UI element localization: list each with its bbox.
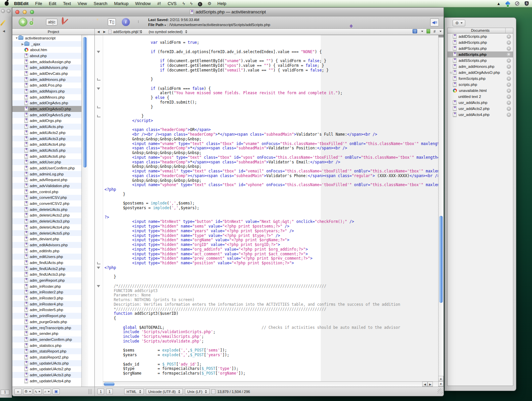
info-button[interactable]: i — [122, 18, 130, 26]
project-item[interactable]: ▼activitiestranscript — [12, 35, 81, 41]
symbol-popup-stepper[interactable] — [185, 30, 188, 33]
menu-search[interactable]: Search — [90, 1, 111, 6]
fold-triangle-icon[interactable] — [97, 88, 100, 90]
project-item[interactable]: adm_editInfo.php — [12, 248, 81, 254]
project-item[interactable]: adm_updateUActs3.php — [12, 372, 81, 378]
document-item[interactable]: addScripts.php✕ — [448, 51, 513, 57]
project-item[interactable]: adm_advValidation.php — [12, 183, 81, 189]
scroll-right-button[interactable]: ▶ — [428, 382, 433, 387]
close-document-button[interactable]: ✕ — [507, 107, 511, 111]
zoom-button[interactable] — [30, 10, 34, 14]
project-item[interactable]: ▶_ajax — [12, 41, 81, 47]
close-document-button[interactable]: ✕ — [507, 71, 511, 75]
c-circle-icon[interactable]: C — [198, 2, 202, 6]
project-item[interactable]: adm_addadvAssign.php — [12, 59, 81, 65]
window-resize-grip[interactable] — [438, 388, 443, 394]
project-item[interactable]: adm_convertCSV.php — [12, 195, 81, 201]
project-header[interactable]: Project — [12, 29, 95, 35]
project-item[interactable]: adm_updateUActs4.php — [12, 378, 81, 384]
close-document-button[interactable]: ✕ — [507, 46, 511, 51]
document-item[interactable]: formScripts.php✕ — [448, 76, 513, 82]
project-item[interactable]: adm_editUsers.php — [12, 254, 81, 260]
document-item[interactable]: ◇adm_addOrgAdvsO.php✕ — [448, 70, 513, 76]
v-scrollbar-thumb[interactable] — [439, 216, 443, 303]
search-button[interactable]: ⌕ — [43, 389, 51, 395]
project-scrollbar-thumb[interactable] — [83, 37, 87, 167]
minimize-button[interactable] — [23, 10, 27, 14]
project-item[interactable]: adm_addUActs3.php — [12, 136, 81, 142]
slash-circle-icon[interactable] — [515, 1, 519, 6]
add-file-button[interactable]: + — [14, 389, 22, 395]
menu-file[interactable]: File — [32, 1, 45, 6]
project-item[interactable]: adm_editAdvisors.php — [12, 242, 81, 248]
file-popup-stepper[interactable] — [140, 30, 143, 33]
project-item[interactable]: about.php — [12, 53, 81, 59]
project-item[interactable]: adm_control.php — [12, 189, 81, 195]
dropbox-icon[interactable] — [505, 1, 511, 6]
text-options-button[interactable]: T▯ — [108, 18, 116, 26]
project-scrollbar[interactable] — [81, 35, 88, 387]
project-item[interactable]: adm_deleteUActs2.php — [12, 213, 81, 219]
project-item[interactable]: adm_findUActs3.php — [12, 272, 81, 278]
documents-header[interactable]: Documents — [447, 28, 513, 33]
project-item[interactable]: adm_addUser.php — [12, 159, 81, 165]
menu-markup[interactable]: Markup — [111, 1, 132, 6]
fold-end-icon[interactable] — [97, 106, 100, 108]
scroll-down-button[interactable]: ▼ — [438, 381, 444, 387]
open-doc-icon[interactable] — [427, 29, 430, 33]
project-item[interactable]: adm_statistics.php — [12, 343, 81, 349]
document-item[interactable]: usr_addActs.php✕ — [448, 100, 513, 106]
document-item[interactable]: usr_addActs2.php✕ — [448, 106, 513, 112]
project-item[interactable]: adm_addOrgAdvsS.php — [12, 112, 81, 118]
lightning-icon[interactable]: ϟ — [188, 1, 195, 6]
title-bar[interactable]: addScripts.php — activitiestranscript — [12, 8, 444, 16]
project-item[interactable]: adm_addOrgAdvs.php — [12, 100, 81, 106]
close-button[interactable] — [15, 10, 19, 14]
project-item[interactable]: adm_deleteUActs3.php — [12, 218, 81, 224]
project-item[interactable]: adm_addUActs5.php — [12, 147, 81, 153]
close-document-button[interactable]: ✕ — [507, 101, 511, 105]
nav-forward-button[interactable]: ▶ — [102, 30, 107, 33]
nav-back-button[interactable]: ◀ — [96, 30, 101, 33]
project-item[interactable]: adm_findUActs2.php — [12, 266, 81, 272]
spell-check-button[interactable]: ab|c — [46, 19, 57, 25]
gear-icon[interactable]: ⚙ — [205, 1, 214, 6]
project-item[interactable]: adm_inRoster3.php — [12, 295, 81, 301]
document-item[interactable]: usr_addActs4.php✕ — [448, 112, 513, 118]
document-item[interactable]: addDScripts.php✕ — [448, 33, 513, 39]
fold-triangle-icon[interactable] — [97, 51, 100, 53]
project-item[interactable]: adm_addOrgAdvsO.php — [12, 106, 81, 112]
document-item[interactable]: adm_addHonors.php✕ — [448, 63, 513, 70]
close-document-button[interactable]: ✕ — [507, 77, 511, 81]
line-endings-popup[interactable]: Unix (LF) — [185, 389, 210, 394]
close-document-button[interactable]: ✕ — [507, 95, 511, 99]
project-item[interactable]: adm_statsReport2.php — [12, 354, 81, 360]
disclosure-closed-icon[interactable]: ▶ — [21, 42, 24, 46]
project-item[interactable]: adm_deleteUActs.php — [12, 207, 81, 213]
actions-gear-button[interactable]: ⚙ — [23, 389, 32, 395]
scroll-up-button[interactable]: ▲ — [438, 376, 444, 381]
fold-triangle-icon[interactable] — [97, 267, 100, 269]
project-item[interactable]: adm_addOrgs.php — [12, 118, 81, 124]
project-item[interactable]: adm_senderConfirm.php — [12, 337, 81, 343]
code-text[interactable]: var validForm = true; if (formID.adv_id.… — [103, 35, 438, 376]
project-item[interactable]: adm_addLPos.php — [12, 83, 81, 89]
shield-icon[interactable]: S — [525, 1, 529, 6]
project-item[interactable]: adm_addMinors.php — [12, 94, 81, 100]
document-item[interactable]: addHScripts.php✕ — [448, 39, 513, 45]
nav-symbol-popup[interactable]: (no symbol selected) — [149, 30, 183, 34]
code-editor[interactable]: var validForm = true; if (formID.adv_id.… — [103, 35, 438, 381]
project-item[interactable]: adm_inRoster.php — [12, 283, 81, 289]
project-item[interactable]: adm_convertCSV2.php — [12, 200, 81, 207]
project-item[interactable]: adm_deleteUActs5.php — [12, 230, 81, 236]
document-item[interactable]: addPScripts.php✕ — [448, 45, 513, 51]
disable-button[interactable] — [62, 17, 64, 25]
scripts-button[interactable]: ϟ — [34, 389, 42, 395]
project-item[interactable]: adm_reqTranscripts.php — [12, 325, 81, 331]
fold-triangle-icon[interactable] — [97, 285, 100, 287]
h-scrollbar-thumb[interactable] — [104, 382, 114, 386]
project-item[interactable]: adm_addHonors.php — [12, 77, 81, 83]
project-item[interactable]: adm_genReport.php — [12, 277, 81, 283]
marker-popup[interactable]: # — [434, 29, 436, 33]
project-item[interactable]: adm_addUActs2.php — [12, 130, 81, 136]
